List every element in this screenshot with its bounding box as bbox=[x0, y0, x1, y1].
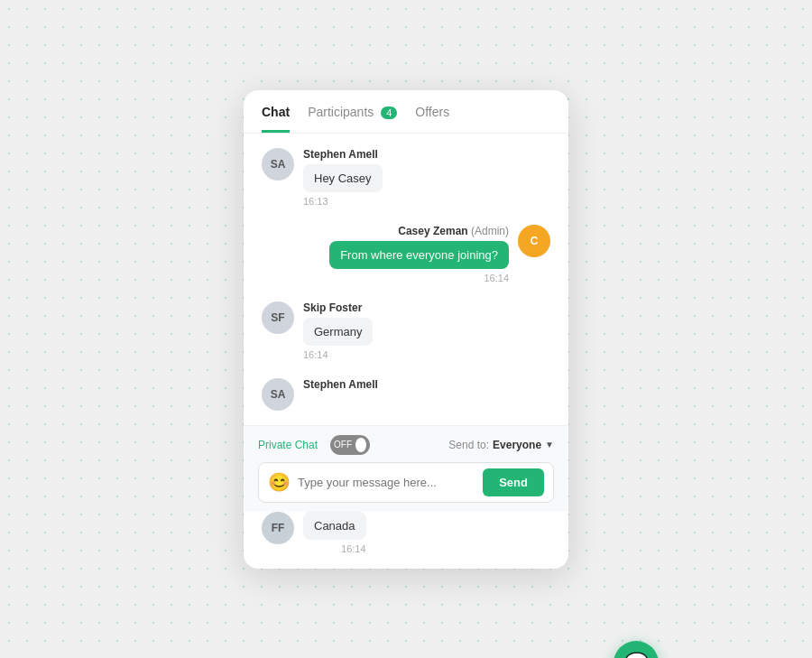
toggle-knob bbox=[355, 438, 366, 452]
message-bubble: Germany bbox=[303, 318, 373, 346]
private-chat-toggle[interactable]: OFF bbox=[330, 435, 370, 455]
message-row: C Casey Zeman (Admin) From where everyon… bbox=[262, 225, 550, 283]
sender-name: Skip Foster bbox=[303, 301, 373, 314]
message-time: 16:14 bbox=[484, 273, 509, 283]
chat-fab-button[interactable]: 💬 bbox=[614, 641, 659, 659]
partial-message-row: FF Canada 16:14 bbox=[244, 512, 568, 569]
msg-content: Stephen Amell bbox=[303, 378, 378, 394]
message-row: SA Stephen Amell bbox=[262, 378, 550, 411]
message-time: 16:14 bbox=[303, 349, 373, 360]
sender-name: Stephen Amell bbox=[303, 148, 383, 161]
msg-content: Skip Foster Germany 16:14 bbox=[303, 301, 373, 360]
avatar-initials: SA bbox=[271, 158, 286, 171]
tab-participants-label: Participants bbox=[308, 105, 374, 119]
toggle-off-label: OFF bbox=[334, 440, 352, 449]
chat-bubble-icon: 💬 bbox=[624, 652, 649, 659]
message-time: 16:13 bbox=[303, 196, 383, 207]
send-to: Send to: Everyone ▼ bbox=[448, 439, 554, 451]
message-row: SA Stephen Amell Hey Casey 16:13 bbox=[262, 148, 550, 207]
avatar: C bbox=[518, 225, 550, 257]
msg-content: Stephen Amell Hey Casey 16:13 bbox=[303, 148, 383, 207]
sender-name: Casey Zeman (Admin) bbox=[398, 225, 509, 237]
sender-name: Stephen Amell bbox=[303, 378, 378, 391]
message-input[interactable] bbox=[298, 476, 475, 489]
chat-widget: Chat Participants 4 Offers SA Stephen Am… bbox=[244, 90, 568, 569]
emoji-icon[interactable]: 😊 bbox=[268, 471, 291, 493]
send-to-label: Send to: bbox=[448, 439, 489, 451]
avatar-initials: SF bbox=[271, 311, 284, 324]
participants-badge: 4 bbox=[381, 107, 397, 119]
tab-chat-label: Chat bbox=[262, 105, 290, 119]
tab-bar: Chat Participants 4 Offers bbox=[244, 90, 568, 134]
send-to-value: Everyone bbox=[493, 439, 541, 451]
send-button[interactable]: Send bbox=[483, 468, 544, 496]
tab-offers-label: Offers bbox=[415, 105, 449, 119]
message-bubble: Hey Casey bbox=[303, 164, 383, 192]
message-bubble: Canada bbox=[303, 512, 366, 540]
message-row: SF Skip Foster Germany 16:14 bbox=[262, 301, 550, 360]
avatar-initials: SA bbox=[271, 388, 286, 401]
admin-badge: (Admin) bbox=[471, 225, 509, 237]
message-input-row: 😊 Send bbox=[258, 462, 554, 503]
msg-content: Canada 16:14 bbox=[303, 512, 366, 554]
bottom-bar: Private Chat OFF Send to: Everyone ▼ 😊 bbox=[244, 425, 568, 512]
avatar: SA bbox=[262, 148, 294, 181]
avatar-initials: C bbox=[531, 235, 539, 247]
tab-chat[interactable]: Chat bbox=[262, 105, 290, 133]
avatar: FF bbox=[262, 512, 294, 544]
avatar: SF bbox=[262, 301, 294, 334]
controls-row: Private Chat OFF Send to: Everyone ▼ bbox=[258, 435, 554, 455]
private-chat-label: Private Chat bbox=[258, 439, 318, 451]
tab-participants[interactable]: Participants 4 bbox=[308, 105, 397, 133]
message-time: 16:14 bbox=[303, 543, 366, 554]
tab-offers[interactable]: Offers bbox=[415, 105, 449, 133]
toggle-wrapper: OFF bbox=[330, 435, 370, 455]
avatar-initials: FF bbox=[272, 522, 285, 534]
msg-content: Casey Zeman (Admin) From where everyone … bbox=[329, 225, 509, 283]
avatar: SA bbox=[262, 378, 294, 411]
chevron-down-icon[interactable]: ▼ bbox=[545, 440, 554, 449]
messages-list: SA Stephen Amell Hey Casey 16:13 C Casey… bbox=[244, 134, 568, 425]
message-bubble: From where everyone joining? bbox=[329, 241, 509, 269]
